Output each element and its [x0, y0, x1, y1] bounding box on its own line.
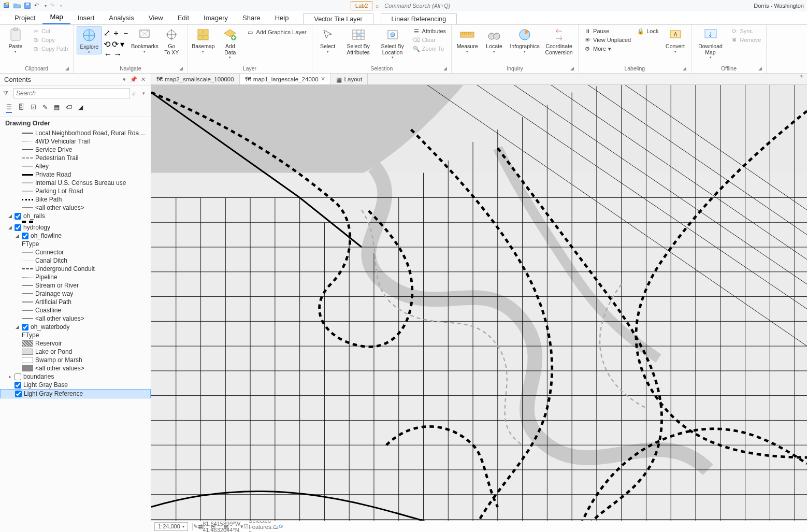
- legend-item[interactable]: <all other values>: [0, 314, 151, 323]
- sync-button[interactable]: ⟳Sync: [729, 27, 763, 35]
- undo-icon[interactable]: ↶: [34, 2, 41, 9]
- pause-labeling-button[interactable]: ⏸Pause: [582, 27, 633, 35]
- fwd-icon[interactable]: →: [113, 50, 122, 59]
- legend-item[interactable]: Service Drive: [0, 146, 151, 154]
- convert-labels-button[interactable]: AConvert▾: [663, 26, 688, 53]
- legend-item[interactable]: Bike Path: [0, 195, 151, 204]
- legend-item[interactable]: Parking Lot Road: [0, 187, 151, 195]
- search-mode-dropdown[interactable]: ▾: [142, 91, 148, 96]
- search-icon[interactable]: ⌕: [132, 90, 140, 97]
- infographics-button[interactable]: Infographics▾: [509, 26, 541, 53]
- scale-input[interactable]: 1:24,000▾: [154, 522, 188, 531]
- contents-autohide-icon[interactable]: 📌: [130, 76, 137, 83]
- contents-close-icon[interactable]: ✕: [139, 76, 147, 83]
- select-button[interactable]: Select▾: [315, 26, 340, 53]
- table-of-contents[interactable]: Local Neighborhood Road, Rural Road, Ci.…: [0, 128, 151, 532]
- contents-menu-dropdown[interactable]: ▾: [121, 76, 128, 83]
- redo-dropdown[interactable]: ▾: [60, 4, 62, 8]
- layer-checkbox[interactable]: [15, 373, 21, 380]
- legend-item[interactable]: Underground Conduit: [0, 265, 151, 273]
- lock-labeling-button[interactable]: 🔒Lock: [635, 27, 660, 35]
- close-icon[interactable]: ✕: [321, 76, 325, 82]
- expand-icon[interactable]: ▸: [7, 374, 12, 379]
- back-icon[interactable]: ←: [104, 50, 112, 59]
- remove-button[interactable]: ✖Remove: [729, 36, 763, 44]
- catalog-pane-icon[interactable]: 🗂: [273, 523, 279, 531]
- download-map-button[interactable]: Download Map▾: [695, 26, 727, 60]
- map-view[interactable]: [151, 85, 807, 521]
- bookmarks-button[interactable]: Bookmarks▾: [132, 26, 157, 53]
- layer-oh-flowline[interactable]: ◢oh_flowline: [0, 232, 151, 240]
- layer-light-gray-reference[interactable]: Light Gray Reference: [0, 389, 151, 398]
- nav-more-icon[interactable]: ▾: [120, 39, 124, 49]
- list-by-perspective-icon[interactable]: ◢: [78, 104, 83, 113]
- legend-item[interactable]: Drainage way: [0, 290, 151, 298]
- collapse-icon[interactable]: ◢: [15, 233, 20, 238]
- zoom-to-button[interactable]: 🔍Zoom To: [411, 45, 448, 53]
- legend-item[interactable]: Stream or River: [0, 281, 151, 290]
- legend-item[interactable]: Swamp or Marsh: [0, 356, 151, 364]
- copy-button[interactable]: ⧉Copy: [30, 36, 70, 44]
- doc-tabs-menu[interactable]: ▾: [796, 74, 807, 84]
- tab-view[interactable]: View: [141, 12, 170, 24]
- filter-icon[interactable]: ⧩: [3, 90, 11, 97]
- selection-launcher[interactable]: ◢: [442, 66, 448, 72]
- next-extent-icon[interactable]: ⟳: [112, 39, 119, 49]
- add-graphics-layer-button[interactable]: ▭Add Graphics Layer: [244, 28, 308, 36]
- tab-share[interactable]: Share: [235, 12, 268, 24]
- layer-oh-waterbody[interactable]: ◢oh_waterbody: [0, 323, 151, 331]
- new-project-icon[interactable]: [3, 2, 10, 9]
- legend-item[interactable]: Connector: [0, 248, 151, 256]
- contents-search-input[interactable]: [13, 88, 130, 98]
- layer-oh-rails[interactable]: ◢oh_rails: [0, 212, 151, 220]
- legend-item[interactable]: Artificial Path: [0, 298, 151, 306]
- selected-features-icon[interactable]: ☑: [243, 523, 249, 531]
- layer-checkbox[interactable]: [15, 382, 21, 389]
- list-by-snapping-icon[interactable]: ▦: [54, 104, 60, 113]
- doc-tab-layout[interactable]: ▦Layout: [331, 74, 368, 84]
- chevron-down-icon[interactable]: ▾: [182, 523, 184, 530]
- tab-help[interactable]: Help: [268, 12, 296, 24]
- labeling-launcher[interactable]: ◢: [682, 66, 688, 72]
- layer-checkbox[interactable]: [15, 224, 21, 231]
- legend-item[interactable]: Alley: [0, 162, 151, 170]
- fixed-zoom-in-icon[interactable]: ＋: [112, 28, 120, 39]
- legend-item[interactable]: <all other values>: [0, 204, 151, 212]
- collapse-icon[interactable]: ◢: [7, 225, 12, 230]
- layer-checkbox[interactable]: [22, 233, 28, 239]
- collapse-icon[interactable]: ◢: [7, 213, 12, 219]
- legend-item[interactable]: Local Neighborhood Road, Rural Road, Ci.…: [0, 129, 151, 137]
- list-by-drawing-order-icon[interactable]: ☰: [6, 104, 12, 113]
- tab-project[interactable]: Project: [7, 12, 42, 24]
- status-dynamic-icon[interactable]: ⇄: [198, 523, 203, 531]
- measure-button[interactable]: Measure▾: [455, 26, 480, 53]
- full-extent-icon[interactable]: ⤢: [104, 28, 110, 39]
- collapse-icon[interactable]: ◢: [15, 324, 20, 329]
- undo-dropdown[interactable]: ▾: [45, 4, 47, 8]
- tab-insert[interactable]: Insert: [70, 12, 102, 24]
- select-by-attributes-button[interactable]: Select By Attributes: [342, 26, 374, 55]
- fixed-zoom-out-icon[interactable]: －: [122, 28, 130, 39]
- select-by-location-button[interactable]: Select By Location▾: [377, 26, 409, 60]
- copy-path-button[interactable]: ⧉Copy Path: [30, 45, 70, 53]
- command-search-input[interactable]: [382, 3, 465, 9]
- coordinate-conversion-button[interactable]: Coordinate Conversion: [543, 26, 575, 55]
- open-project-icon[interactable]: [13, 2, 21, 9]
- layer-light-gray-base[interactable]: Light Gray Base: [0, 381, 151, 389]
- refresh-icon[interactable]: ⟳: [279, 523, 283, 531]
- save-icon[interactable]: [24, 2, 31, 9]
- legend-item[interactable]: Pedestrian Trail: [0, 154, 151, 162]
- legend-item[interactable]: Internal U.S. Census Bureau use: [0, 179, 151, 187]
- clipboard-launcher[interactable]: ◢: [64, 66, 70, 72]
- cut-button[interactable]: ✂Cut: [30, 27, 70, 35]
- labeling-more-button[interactable]: ⚙More ▾: [582, 45, 633, 53]
- basemap-button[interactable]: Basemap▾: [191, 26, 215, 53]
- offline-launcher[interactable]: ◢: [757, 66, 763, 72]
- clear-selection-button[interactable]: ⌫Clear: [411, 36, 448, 44]
- prev-extent-icon[interactable]: ⟲: [104, 39, 110, 49]
- redo-icon[interactable]: ↷: [50, 2, 57, 9]
- tab-analysis[interactable]: Analysis: [102, 12, 141, 24]
- tab-map[interactable]: Map: [42, 11, 70, 24]
- layer-boundaries[interactable]: ▸boundaries: [0, 372, 151, 381]
- legend-item[interactable]: Pipeline: [0, 273, 151, 281]
